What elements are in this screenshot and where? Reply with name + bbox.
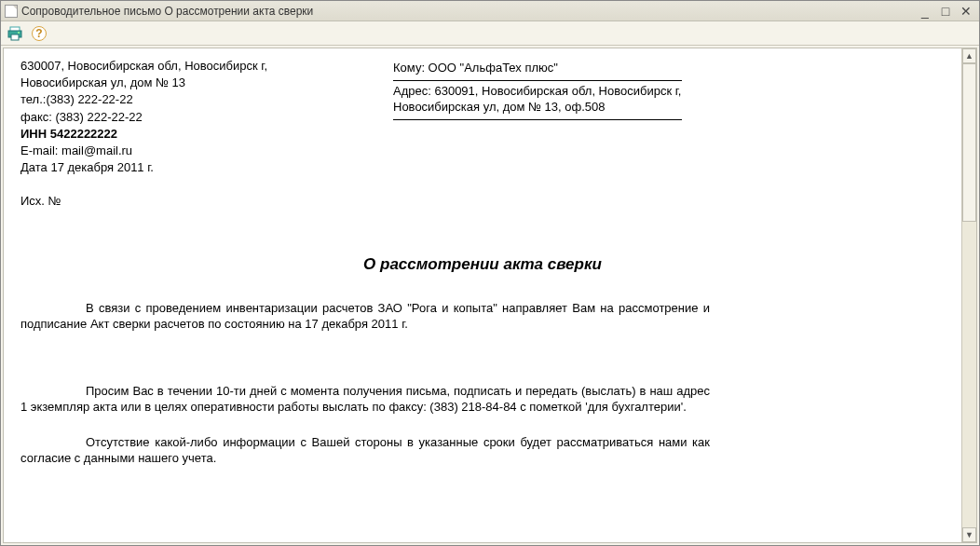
letter-header: 630007, Новосибирская обл, Новосибирск г… <box>20 58 945 211</box>
paragraph-3: Отсутствие какой-либо информации с Вашей… <box>20 434 710 467</box>
scroll-track[interactable] <box>962 63 976 527</box>
sender-block: 630007, Новосибирская обл, Новосибирск г… <box>20 58 337 211</box>
print-button[interactable] <box>5 23 25 44</box>
minimize-button[interactable]: _ <box>916 4 934 19</box>
outgoing-number: Исх. № <box>20 193 337 210</box>
window-title: Сопроводительное письмо О рассмотрении а… <box>21 5 916 18</box>
document-title: О рассмотрении акта сверки <box>20 255 945 274</box>
scroll-down-button[interactable]: ▼ <box>962 527 976 542</box>
document-icon <box>5 5 18 18</box>
svg-point-3 <box>18 32 20 34</box>
paragraph-1: В связи с проведением инвентаризации рас… <box>20 300 710 333</box>
titlebar: Сопроводительное письмо О рассмотрении а… <box>1 1 979 21</box>
paragraph-2: Просим Вас в течении 10-ти дней с момент… <box>20 383 710 416</box>
maximize-button[interactable]: □ <box>936 4 955 19</box>
sender-date: Дата 17 декабря 2011 г. <box>20 159 337 176</box>
close-button[interactable]: ✕ <box>957 4 975 19</box>
help-button[interactable]: ? <box>29 23 49 44</box>
svg-rect-2 <box>11 34 19 40</box>
document-viewport: 630007, Новосибирская обл, Новосибирск г… <box>3 48 977 543</box>
app-window: Сопроводительное письмо О рассмотрении а… <box>0 0 980 546</box>
content-area: 630007, Новосибирская обл, Новосибирск г… <box>1 46 979 545</box>
scroll-up-button[interactable]: ▲ <box>962 48 976 63</box>
document-body: 630007, Новосибирская обл, Новосибирск г… <box>4 48 961 542</box>
sender-fax: факс: (383) 222-22-22 <box>20 109 337 126</box>
sender-email: E-mail: mail@mail.ru <box>20 143 337 159</box>
print-icon <box>7 26 22 41</box>
window-controls: _ □ ✕ <box>916 4 975 19</box>
sender-address-2: Новосибирская ул, дом № 13 <box>20 75 337 91</box>
recipient-block: Кому: ООО "АльфаТех плюс" Адрес: 630091,… <box>393 58 682 211</box>
recipient-address: Адрес: 630091, Новосибирская обл, Новоси… <box>393 81 682 120</box>
scroll-thumb[interactable] <box>962 63 976 222</box>
recipient-to: Кому: ООО "АльфаТех плюс" <box>393 58 682 81</box>
vertical-scrollbar: ▲ ▼ <box>961 48 976 542</box>
toolbar: ? <box>1 21 979 46</box>
help-icon: ? <box>32 26 47 41</box>
sender-inn: ИНН 5422222222 <box>20 126 337 143</box>
sender-address-1: 630007, Новосибирская обл, Новосибирск г… <box>20 58 337 75</box>
sender-tel: тел.:(383) 222-22-22 <box>20 91 337 108</box>
